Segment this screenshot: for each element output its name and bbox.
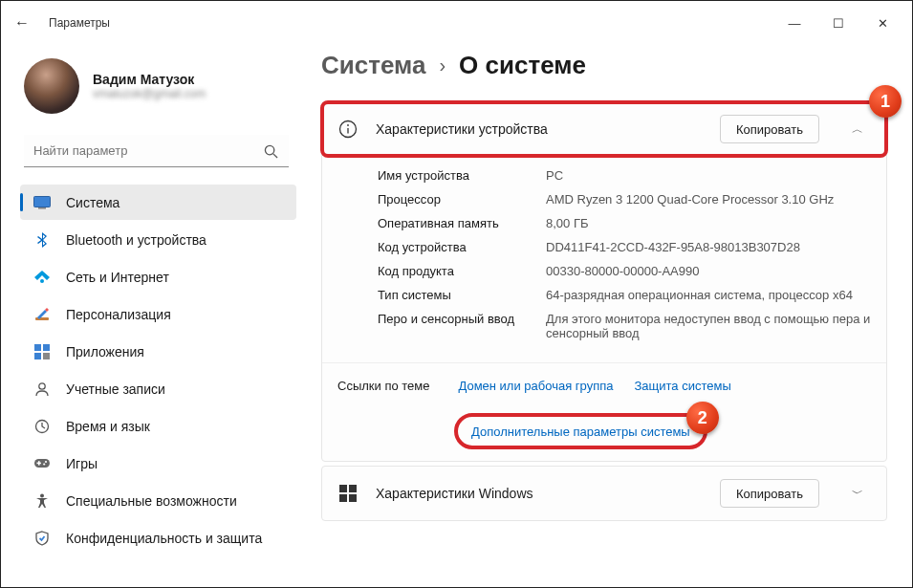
device-specs-header[interactable]: 1 Характеристики устройства Копировать ︿ — [322, 102, 886, 156]
privacy-icon — [33, 530, 51, 547]
user-name: Вадим Матузок — [93, 72, 206, 87]
spec-row: Тип системы64-разрядная операционная сис… — [378, 283, 871, 307]
spec-row: Оперативная память8,00 ГБ — [378, 211, 871, 235]
time-icon — [33, 418, 51, 435]
svg-rect-16 — [38, 461, 40, 465]
windows-specs-header[interactable]: Характеристики Windows Копировать ﹀ — [322, 467, 886, 520]
search-input[interactable] — [24, 135, 289, 167]
breadcrumb-section[interactable]: Система — [321, 51, 425, 80]
annotation-marker-2: 2 — [686, 402, 719, 434]
network-icon — [33, 269, 51, 286]
copy-button-windows[interactable]: Копировать — [720, 479, 819, 508]
spec-row: ПроцессорAMD Ryzen 3 1200 Quad-Core Proc… — [378, 187, 871, 211]
accessibility-icon — [33, 492, 51, 510]
sidebar-item-accessibility[interactable]: Специальные возможности — [20, 483, 296, 518]
svg-rect-9 — [43, 353, 50, 359]
svg-point-10 — [39, 382, 45, 388]
sidebar-item-gaming[interactable]: Игры — [20, 446, 296, 481]
device-specs-list: Имя устройстваPCПроцессорAMD Ryzen 3 120… — [322, 156, 886, 362]
svg-rect-12 — [34, 459, 50, 468]
link-domain-workgroup[interactable]: Домен или рабочая группа — [458, 379, 613, 393]
svg-point-17 — [40, 493, 44, 497]
link-system-protection[interactable]: Защита системы — [634, 379, 730, 393]
svg-rect-23 — [339, 494, 347, 502]
related-links-title: Ссылки по теме — [337, 379, 429, 393]
spec-row: Перо и сенсорный вводДля этого монитора … — [378, 307, 871, 345]
chevron-down-icon[interactable]: ﹀ — [844, 486, 871, 502]
system-icon — [33, 194, 51, 211]
svg-point-14 — [43, 463, 45, 465]
link-advanced-system-settings[interactable]: Дополнительные параметры системы — [471, 425, 690, 439]
apps-icon — [33, 343, 51, 360]
svg-rect-22 — [349, 485, 357, 492]
svg-rect-21 — [339, 485, 347, 492]
sidebar-item-time-language[interactable]: Время и язык — [20, 408, 296, 444]
sidebar-item-bluetooth[interactable]: Bluetooth и устройства — [20, 222, 296, 257]
accounts-icon — [33, 381, 51, 398]
user-email: vmatuzok@gmail.com — [93, 87, 206, 100]
sidebar-item-system[interactable]: Система — [20, 185, 296, 220]
gaming-icon — [33, 455, 51, 472]
bluetooth-icon — [33, 231, 51, 249]
svg-rect-2 — [34, 196, 51, 207]
chevron-right-icon: › — [439, 54, 446, 76]
svg-point-0 — [265, 145, 273, 154]
info-icon — [337, 119, 359, 140]
svg-rect-5 — [35, 317, 49, 320]
svg-rect-8 — [34, 353, 41, 359]
close-button[interactable]: ✕ — [860, 9, 904, 37]
annotation-marker-1: 1 — [869, 85, 902, 118]
svg-rect-24 — [349, 494, 357, 502]
svg-rect-3 — [38, 207, 46, 209]
svg-point-4 — [40, 279, 44, 283]
minimize-button[interactable]: — — [772, 9, 816, 37]
window-title: Параметры — [49, 16, 110, 30]
spec-row: Код устройстваDD411F41-2CCD-432F-95A8-98… — [378, 235, 871, 259]
back-button[interactable]: ← — [9, 10, 35, 36]
svg-rect-7 — [43, 344, 50, 351]
maximize-button[interactable]: ☐ — [816, 9, 860, 37]
search-icon[interactable] — [256, 137, 285, 165]
svg-point-19 — [347, 124, 349, 126]
svg-line-1 — [272, 153, 276, 157]
sidebar-item-privacy[interactable]: Конфиденциальность и защита — [20, 520, 296, 555]
user-profile[interactable]: Вадим Матузок vmatuzok@gmail.com — [24, 58, 296, 114]
sidebar-item-apps[interactable]: Приложения — [20, 334, 296, 369]
windows-icon — [337, 483, 359, 504]
avatar — [24, 58, 79, 114]
svg-point-13 — [45, 460, 47, 462]
spec-row: Код продукта00330-80000-00000-AA990 — [378, 259, 871, 283]
page-title: О системе — [459, 51, 586, 80]
sidebar-item-network[interactable]: Сеть и Интернет — [20, 259, 296, 294]
sidebar-item-personalization[interactable]: Персонализация — [20, 296, 296, 332]
svg-rect-6 — [34, 344, 41, 351]
sidebar-item-accounts[interactable]: Учетные записи — [20, 371, 296, 406]
personalization-icon — [33, 306, 51, 323]
copy-button[interactable]: Копировать — [720, 115, 819, 143]
breadcrumb: Система › О системе — [321, 51, 887, 80]
spec-row: Имя устройстваPC — [378, 163, 871, 187]
chevron-up-icon[interactable]: ︿ — [844, 121, 871, 138]
